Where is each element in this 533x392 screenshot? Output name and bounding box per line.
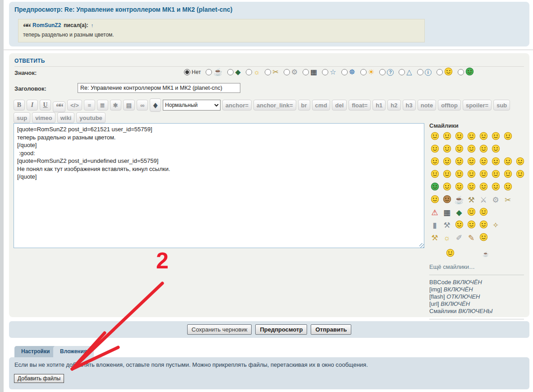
ordered-list-button[interactable]: ≣ [97, 100, 108, 111]
smiley-eek[interactable] [441, 157, 452, 167]
smiley-wrench[interactable]: ⚙ [490, 195, 501, 205]
color-button[interactable]: ◆ [150, 98, 161, 112]
smiley-pliers[interactable]: ✂ [502, 195, 513, 205]
smiley-twisted[interactable] [502, 170, 513, 180]
smiley-worried[interactable] [466, 157, 477, 167]
icon-radio-mrgreen[interactable] [458, 69, 464, 75]
smiley-drill[interactable]: ⚒ [429, 233, 440, 243]
smiley-chainsaw[interactable]: ⚒ [441, 221, 452, 230]
smiley-chainsaw-scared[interactable] [445, 249, 455, 258]
smiley-sick[interactable] [478, 183, 489, 192]
icon-radio-ball[interactable] [341, 69, 348, 75]
icon-option-idea[interactable]: ☀ [360, 69, 374, 76]
add-files-button[interactable]: Добавить файлы [14, 374, 64, 383]
smiley-joy[interactable] [454, 170, 464, 180]
smiley-doubt[interactable] [490, 183, 501, 192]
smiley-headphones[interactable] [502, 183, 513, 192]
icon-option-bulb[interactable]: ☼ [246, 69, 260, 76]
smiley-bigeyes[interactable] [466, 221, 477, 230]
smiley-shy2[interactable] [478, 208, 489, 217]
smiley-cool[interactable] [515, 157, 525, 167]
message-textarea[interactable]: [quote=RomSunZ2 post_id=621521 user_id=5… [14, 123, 424, 248]
h2-button[interactable]: h2 [387, 100, 400, 111]
icon-option-alert[interactable]: △ [399, 69, 412, 76]
icon-radio-beer[interactable] [206, 69, 212, 75]
icon-radio-none[interactable] [184, 69, 190, 75]
list-item-button[interactable]: ✱ [110, 100, 121, 111]
icon-option-none[interactable]: Нет [184, 69, 201, 75]
smiley-wave[interactable] [429, 157, 440, 167]
smiley-surprised[interactable] [478, 157, 489, 167]
smiley-lol[interactable] [454, 157, 464, 167]
anchor-button[interactable]: anchor= [222, 100, 252, 111]
icon-radio-bulb[interactable] [246, 69, 252, 75]
smiley-horn[interactable]: ✎ [466, 233, 477, 243]
smiley-grimace[interactable] [441, 170, 452, 180]
icon-radio-motor[interactable] [303, 69, 309, 75]
icon-option-pcb[interactable]: ◆ [227, 69, 240, 76]
smiley-biggrin[interactable] [429, 132, 440, 142]
smiley-evil[interactable] [490, 170, 501, 180]
smiley-smirk[interactable] [454, 183, 464, 192]
link-button[interactable]: ∞ [137, 100, 148, 111]
icon-radio-star[interactable] [322, 69, 328, 75]
smiley-monkey[interactable] [441, 195, 452, 205]
smiley-geek[interactable] [441, 183, 452, 192]
icon-radio-wink[interactable] [437, 69, 443, 75]
smiley-razz[interactable] [478, 132, 489, 142]
smiley-neutral[interactable] [466, 170, 477, 180]
image-button[interactable]: ▤ [123, 100, 135, 111]
sub-button[interactable]: sub [493, 100, 510, 111]
tab-settings[interactable]: Настройки [14, 346, 56, 357]
format-select[interactable]: Нормальный [163, 100, 221, 111]
smiley-cup[interactable]: ☕ [480, 249, 491, 258]
icon-option-wrench[interactable]: ⚙ [284, 69, 298, 76]
youtube-button[interactable]: youtube [76, 112, 106, 123]
smiley-motor[interactable]: ▦ [441, 208, 452, 217]
tab-attachments[interactable]: Вложения [53, 346, 94, 357]
icon-radio-pliers[interactable] [265, 69, 271, 75]
icon-radio-wrench[interactable] [284, 69, 290, 75]
h1-button[interactable]: h1 [372, 100, 386, 111]
offtop-button[interactable]: offtop [438, 100, 461, 111]
smiley-pcb[interactable]: ◆ [454, 208, 464, 217]
smiley-shy[interactable] [515, 170, 525, 180]
icon-option-pliers[interactable]: ✂ [265, 69, 278, 76]
icon-option-info[interactable]: i [417, 69, 432, 76]
smiley-thumbup[interactable] [466, 145, 477, 154]
anchor_link-button[interactable]: anchor_link= [253, 100, 296, 111]
list-button[interactable]: ≡ [84, 100, 95, 111]
smiley-smile[interactable] [441, 132, 452, 142]
smiley-think[interactable] [466, 183, 477, 192]
br-button[interactable]: br [298, 100, 310, 111]
smiley-beer[interactable]: ☕ [454, 195, 464, 205]
smiley-fist[interactable] [478, 233, 489, 243]
icon-option-wink[interactable] [437, 67, 453, 77]
smiley-grin[interactable] [466, 132, 477, 142]
subject-input[interactable] [78, 83, 240, 93]
quote-button[interactable]: ““ [53, 101, 65, 112]
icon-option-beer[interactable]: ☕ [206, 69, 222, 76]
smiley-oops[interactable] [441, 145, 452, 154]
smiley-beer-smile[interactable] [466, 208, 477, 217]
smiley-mrgreen[interactable] [429, 183, 440, 192]
smiley-detective[interactable] [429, 145, 440, 154]
cmd-button[interactable]: cmd [312, 100, 331, 111]
submit-button[interactable]: Отправить [311, 324, 351, 335]
more-smilies-link[interactable]: Ещё смайлики… [429, 263, 475, 270]
icon-option-mrgreen[interactable] [458, 67, 474, 77]
smiley-caliper[interactable]: ✐ [454, 233, 464, 243]
smiley-bender[interactable]: ▮ [429, 221, 440, 230]
smiley-bulb[interactable]: ☼ [441, 233, 452, 243]
icon-option-question[interactable]: ? [379, 69, 394, 76]
sup-button[interactable]: sup [14, 112, 30, 123]
icon-option-star[interactable]: ☆ [322, 69, 336, 76]
smiley-laugh[interactable] [429, 170, 440, 180]
icon-radio-pcb[interactable] [227, 69, 234, 75]
smiley-happy[interactable] [454, 132, 464, 142]
vimeo-button[interactable]: vimeo [32, 112, 55, 123]
smiley-phone[interactable] [502, 132, 513, 142]
smiley-punched[interactable] [490, 132, 501, 142]
smiley-knife[interactable]: ⚔ [478, 195, 489, 205]
icon-radio-question[interactable] [379, 69, 386, 75]
